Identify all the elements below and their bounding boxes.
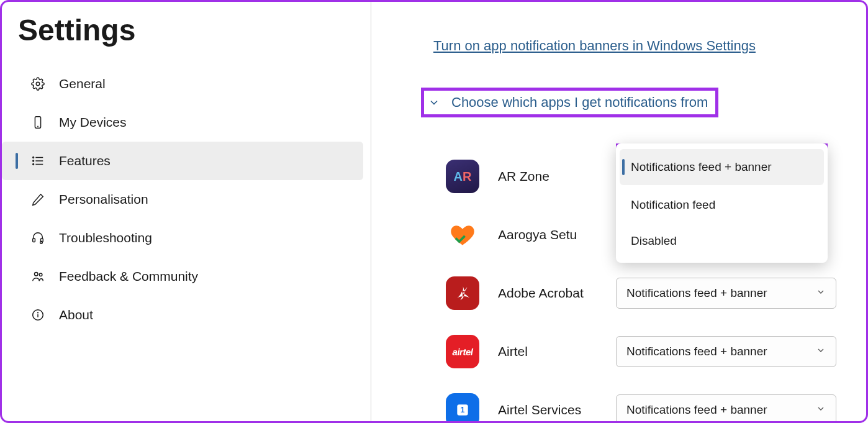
app-notification-list: AR AR Zone Notifications feed + banner N… <box>446 147 841 421</box>
sidebar-item-general[interactable]: General <box>2 65 363 103</box>
app-row-airtel-services: 1 Airtel Services Notifications feed + b… <box>446 381 841 421</box>
windows-settings-link[interactable]: Turn on app notification banners in Wind… <box>433 38 756 53</box>
page-title: Settings <box>2 13 371 65</box>
sidebar-item-label: Features <box>59 153 111 168</box>
sidebar-item-my-devices[interactable]: My Devices <box>2 103 363 142</box>
notification-select[interactable]: Notifications feed + banner <box>616 336 836 367</box>
svg-text:1: 1 <box>461 406 465 414</box>
sidebar-item-features[interactable]: Features <box>2 142 363 180</box>
sidebar-item-troubleshooting[interactable]: Troubleshooting <box>2 219 363 257</box>
svg-rect-9 <box>33 239 35 242</box>
sidebar-item-label: My Devices <box>59 115 127 130</box>
dropdown-option-disabled[interactable]: Disabled <box>616 223 828 259</box>
notification-dropdown-open[interactable]: Notifications feed + banner Notification… <box>616 143 828 263</box>
app-icon-aarogya-setu <box>446 218 479 252</box>
dropdown-option-feed-banner[interactable]: Notifications feed + banner <box>620 149 824 185</box>
svg-point-7 <box>33 160 34 161</box>
svg-point-8 <box>33 164 34 165</box>
app-name-label: Airtel <box>498 344 616 359</box>
phone-icon <box>30 115 45 130</box>
app-icon-ar-zone: AR <box>446 160 479 193</box>
dropdown-option-feed[interactable]: Notification feed <box>616 187 828 223</box>
sidebar-item-label: Personalisation <box>59 192 148 207</box>
app-name-label: Aarogya Setu <box>498 227 616 242</box>
svg-point-16 <box>38 312 38 313</box>
svg-point-11 <box>40 242 43 244</box>
app-icon-adobe-acrobat <box>446 276 479 310</box>
app-icon-airtel-services: 1 <box>446 393 479 421</box>
list-icon <box>30 153 45 168</box>
svg-point-13 <box>39 273 42 276</box>
gear-icon <box>30 76 45 91</box>
people-icon <box>30 269 45 284</box>
select-value: Notifications feed + banner <box>626 286 767 300</box>
app-icon-airtel: airtel <box>446 335 479 368</box>
sidebar-item-label: Troubleshooting <box>59 230 152 245</box>
choose-apps-expander[interactable]: Choose which apps I get notifications fr… <box>421 88 718 117</box>
sidebar-item-label: General <box>59 76 106 91</box>
sidebar-item-label: Feedback & Community <box>59 269 198 284</box>
svg-point-0 <box>36 82 40 86</box>
app-name-label: Adobe Acrobat <box>498 286 616 301</box>
chevron-down-icon <box>816 403 826 417</box>
main-content: Turn on app notification banners in Wind… <box>371 2 866 421</box>
app-name-label: AR Zone <box>498 169 616 184</box>
svg-point-6 <box>33 157 34 158</box>
app-row-airtel: airtel Airtel Notifications feed + banne… <box>446 322 841 381</box>
notification-select[interactable]: Notifications feed + banner <box>616 394 836 421</box>
info-icon <box>30 307 45 322</box>
notification-select[interactable]: Notifications feed + banner <box>616 278 836 309</box>
sidebar-item-personalisation[interactable]: Personalisation <box>2 180 363 219</box>
sidebar-item-about[interactable]: About <box>2 296 363 334</box>
sidebar-item-feedback[interactable]: Feedback & Community <box>2 257 363 296</box>
sidebar: Settings General My Devices Features Per… <box>2 2 371 421</box>
select-value: Notifications feed + banner <box>626 403 767 417</box>
svg-point-12 <box>35 273 38 276</box>
sidebar-item-label: About <box>59 307 93 322</box>
app-name-label: Airtel Services <box>498 403 616 417</box>
chevron-down-icon <box>816 345 826 358</box>
app-row-adobe-acrobat: Adobe Acrobat Notifications feed + banne… <box>446 264 841 322</box>
expander-label: Choose which apps I get notifications fr… <box>451 94 708 111</box>
app-row-ar-zone: AR AR Zone Notifications feed + banner N… <box>446 147 841 206</box>
chevron-down-icon <box>428 96 440 109</box>
select-value: Notifications feed + banner <box>626 345 767 358</box>
headset-icon <box>30 230 45 245</box>
chevron-down-icon <box>816 286 826 300</box>
pencil-icon <box>30 192 45 207</box>
